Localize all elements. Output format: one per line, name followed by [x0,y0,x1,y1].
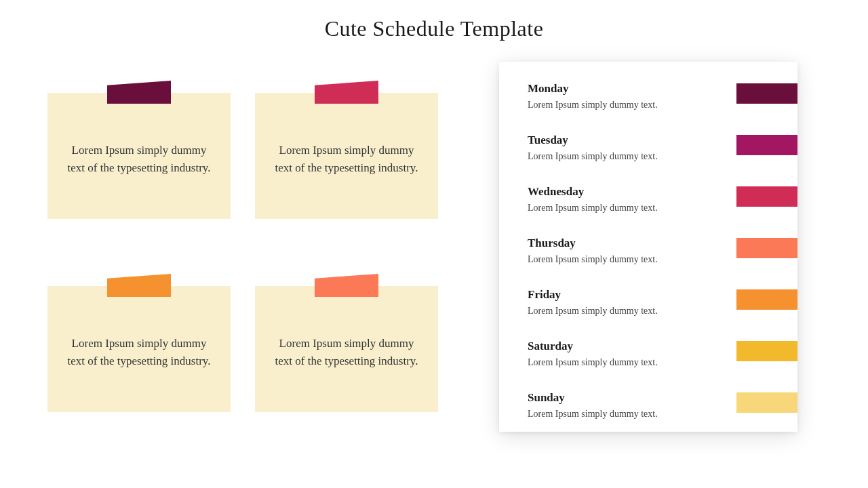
sticky-note: Lorem Ipsum simply dummy text of the typ… [255,286,438,432]
day-row: Sunday Lorem Ipsum simply dummy text. [528,391,797,420]
day-info: Sunday Lorem Ipsum simply dummy text. [528,391,723,420]
color-swatch [736,341,797,361]
note-body: Lorem Ipsum simply dummy text of the typ… [47,93,231,219]
tape-icon [315,81,378,104]
day-info: Tuesday Lorem Ipsum simply dummy text. [528,134,723,162]
sticky-note: Lorem Ipsum simply dummy text of the typ… [47,93,231,239]
day-name: Tuesday [528,134,723,147]
day-desc: Lorem Ipsum simply dummy text. [528,357,723,368]
tape-icon [107,274,171,297]
day-row: Thursday Lorem Ipsum simply dummy text. [528,237,797,265]
sticky-note: Lorem Ipsum simply dummy text of the typ… [47,286,231,432]
day-name: Thursday [528,237,723,250]
note-body: Lorem Ipsum simply dummy text of the typ… [255,93,438,219]
day-desc: Lorem Ipsum simply dummy text. [528,203,723,214]
day-name: Monday [528,82,723,96]
color-swatch [736,238,797,258]
color-swatch [736,289,797,310]
page-title: Cute Schedule Template [0,0,868,41]
day-desc: Lorem Ipsum simply dummy text. [528,100,723,110]
notes-grid: Lorem Ipsum simply dummy text of the typ… [47,68,438,432]
tape-icon [315,274,378,297]
note-text: Lorem Ipsum simply dummy text of the typ… [274,335,419,371]
tape-icon [107,81,171,104]
day-desc: Lorem Ipsum simply dummy text. [528,151,723,162]
day-desc: Lorem Ipsum simply dummy text. [528,306,723,317]
day-row: Friday Lorem Ipsum simply dummy text. [528,288,797,317]
day-desc: Lorem Ipsum simply dummy text. [528,254,723,265]
content-wrapper: Lorem Ipsum simply dummy text of the typ… [0,41,868,432]
note-body: Lorem Ipsum simply dummy text of the typ… [47,286,231,412]
color-swatch [736,186,797,207]
note-body: Lorem Ipsum simply dummy text of the typ… [255,286,438,412]
day-row: Wednesday Lorem Ipsum simply dummy text. [528,185,797,214]
day-info: Thursday Lorem Ipsum simply dummy text. [528,237,723,265]
schedule-panel: Monday Lorem Ipsum simply dummy text. Tu… [499,62,797,432]
note-text: Lorem Ipsum simply dummy text of the typ… [274,142,419,178]
note-text: Lorem Ipsum simply dummy text of the typ… [66,142,212,178]
day-info: Friday Lorem Ipsum simply dummy text. [528,288,723,317]
day-name: Friday [528,288,723,302]
day-info: Saturday Lorem Ipsum simply dummy text. [528,340,723,368]
day-row: Monday Lorem Ipsum simply dummy text. [528,82,797,110]
day-name: Saturday [528,340,723,353]
color-swatch [736,392,797,413]
day-row: Tuesday Lorem Ipsum simply dummy text. [528,134,797,162]
note-text: Lorem Ipsum simply dummy text of the typ… [66,335,212,371]
color-swatch [736,83,797,104]
day-desc: Lorem Ipsum simply dummy text. [528,409,723,420]
day-row: Saturday Lorem Ipsum simply dummy text. [528,340,797,368]
day-info: Wednesday Lorem Ipsum simply dummy text. [528,185,723,214]
sticky-note: Lorem Ipsum simply dummy text of the typ… [255,93,438,239]
day-name: Sunday [528,391,723,405]
day-info: Monday Lorem Ipsum simply dummy text. [528,82,723,110]
day-name: Wednesday [528,185,723,199]
color-swatch [736,135,797,155]
